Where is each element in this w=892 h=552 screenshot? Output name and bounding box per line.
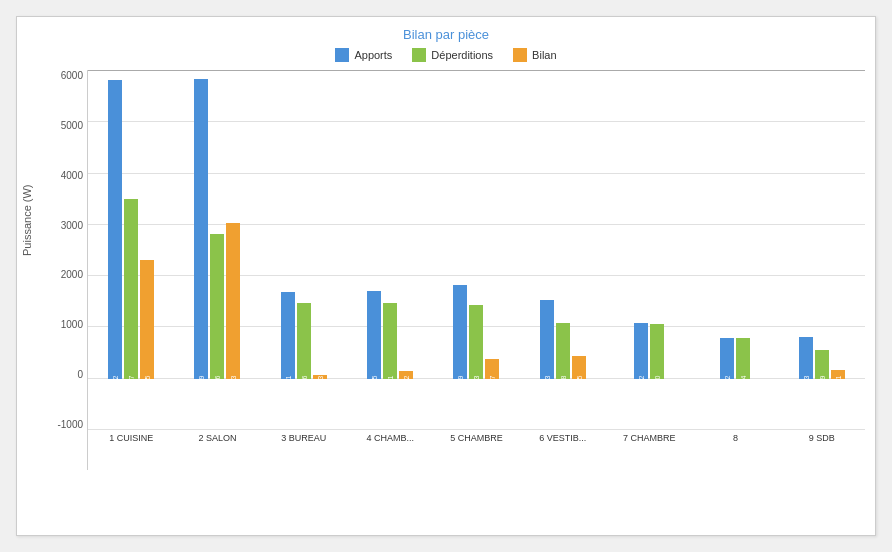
apports-bar-wrapper: 1819	[453, 70, 467, 430]
legend-color-box	[335, 48, 349, 62]
bilan-bar-wrapper: 445	[572, 70, 586, 430]
bilan-bar-wrapper: 161	[831, 70, 845, 430]
deperditions-bar: 1433	[469, 305, 483, 379]
y-tick-value: -1000	[57, 419, 83, 430]
bilan-bar: 3023	[226, 223, 240, 378]
bar-value-label: 1681	[284, 376, 291, 392]
bilan-bar-wrapper: 63	[313, 70, 327, 430]
x-label: 1 CUISINE	[88, 430, 174, 470]
bilan-bar-wrapper: 2315	[140, 70, 154, 430]
bar-value-label: 1072	[638, 376, 645, 392]
bar-value-label: 5829	[198, 376, 205, 392]
legend-label: Bilan	[532, 49, 556, 61]
deperditions-bar: 559	[815, 350, 829, 379]
deperditions-bar-wrapper: 559	[815, 70, 829, 430]
y-tick-value: 5000	[61, 120, 83, 131]
bar-value-label: 445	[575, 376, 582, 388]
bar-value-label: 2806	[214, 376, 221, 392]
apports-bar-wrapper: 813	[799, 70, 813, 430]
apports-bar: 5802	[108, 80, 122, 378]
bilan-bar: 63	[313, 375, 327, 378]
y-tick-value: 6000	[61, 70, 83, 81]
legend-item: Bilan	[513, 48, 556, 62]
bar-value-label: 3023	[230, 376, 237, 392]
bar-group: 18191433387	[433, 70, 519, 430]
bar-value-label: 5802	[112, 376, 119, 392]
bilan-bar: 161	[831, 370, 845, 378]
x-label: 5 CHAMBRE	[433, 430, 519, 470]
bar-value-label: 559	[818, 376, 825, 388]
bar-value-label: 387	[489, 376, 496, 388]
deperditions-bar-wrapper: 2806	[210, 70, 224, 430]
deperditions-bar-wrapper: 1060	[650, 70, 664, 430]
bar-group: 1681147663	[261, 70, 347, 430]
bilan-bar-wrapper: 387	[485, 70, 499, 430]
apports-bar: 1681	[281, 292, 295, 378]
apports-bar: 1072	[634, 323, 648, 378]
bar-value-label: 1695	[371, 376, 378, 392]
bar-group: 580234872315	[88, 70, 174, 430]
apports-bar: 1819	[453, 285, 467, 379]
y-tick-value: 4000	[61, 170, 83, 181]
deperditions-bar: 2806	[210, 234, 224, 378]
deperditions-bar-wrapper: 1476	[297, 70, 311, 430]
bar-value-label: 1433	[473, 376, 480, 392]
bilan-bar: 445	[572, 356, 586, 379]
y-tick-value: 3000	[61, 220, 83, 231]
x-label: 6 VESTIB...	[520, 430, 606, 470]
chart-container: Bilan par pièce Apports Déperditions Bil…	[16, 16, 876, 536]
apports-bar-wrapper: 782	[720, 70, 734, 430]
deperditions-bar-wrapper: 1471	[383, 70, 397, 430]
apports-bar-wrapper: 1072	[634, 70, 648, 430]
bar-value-label: 1088	[559, 376, 566, 392]
deperditions-bar: 1476	[297, 303, 311, 379]
y-tick-value: 0	[77, 369, 83, 380]
x-label: 7 CHAMBRE	[606, 430, 692, 470]
apports-bar: 1695	[367, 291, 381, 378]
apports-bar-wrapper: 1533	[540, 70, 554, 430]
apports-bar: 813	[799, 337, 813, 379]
chart-title: Bilan par pièce	[27, 27, 865, 42]
x-label: 4 CHAMB...	[347, 430, 433, 470]
apports-bar-wrapper: 1681	[281, 70, 295, 430]
y-tick-value: 2000	[61, 269, 83, 280]
y-axis: Puissance (W)6000500040003000200010000-1…	[27, 70, 87, 470]
legend-item: Apports	[335, 48, 392, 62]
bilan-bar: 387	[485, 359, 499, 379]
bar-value-label: 1533	[543, 376, 550, 392]
apports-bar-wrapper: 1695	[367, 70, 381, 430]
legend: Apports Déperditions Bilan	[27, 48, 865, 62]
bar-group: 10721060	[606, 70, 692, 430]
x-label: 2 SALON	[174, 430, 260, 470]
apports-bar-wrapper: 5802	[108, 70, 122, 430]
x-label: 3 BUREAU	[261, 430, 347, 470]
deperditions-bar: 1060	[650, 324, 664, 379]
deperditions-bar-wrapper: 1088	[556, 70, 570, 430]
deperditions-bar: 3487	[124, 199, 138, 378]
deperditions-bar: 784	[736, 338, 750, 378]
bar-value-label: 1819	[457, 376, 464, 392]
bar-group: 15331088445	[520, 70, 606, 430]
x-label: 9 SDB	[779, 430, 865, 470]
deperditions-bar-wrapper: 3487	[124, 70, 138, 430]
x-labels: 1 CUISINE2 SALON3 BUREAU4 CHAMB...5 CHAM…	[88, 430, 865, 470]
apports-bar: 1533	[540, 300, 554, 379]
bar-group: 813559161	[779, 70, 865, 430]
deperditions-bar: 1471	[383, 303, 397, 379]
bar-value-label: 3487	[128, 376, 135, 392]
chart-wrapper: Puissance (W)6000500040003000200010000-1…	[27, 70, 865, 470]
legend-item: Déperditions	[412, 48, 493, 62]
bar-value-label: 161	[834, 376, 841, 388]
legend-color-box	[513, 48, 527, 62]
bilan-bar: 2315	[140, 260, 154, 379]
deperditions-bar: 1088	[556, 323, 570, 379]
legend-label: Apports	[354, 49, 392, 61]
bilan-bar: 152	[399, 371, 413, 379]
bar-group: 16951471152	[347, 70, 433, 430]
apports-bar-wrapper: 5829	[194, 70, 208, 430]
bar-value-label: 63	[316, 376, 323, 384]
bar-value-label: 1471	[387, 376, 394, 392]
bar-value-label: 813	[802, 376, 809, 388]
bar-group: 582928063023	[174, 70, 260, 430]
bilan-bar-wrapper: 152	[399, 70, 413, 430]
